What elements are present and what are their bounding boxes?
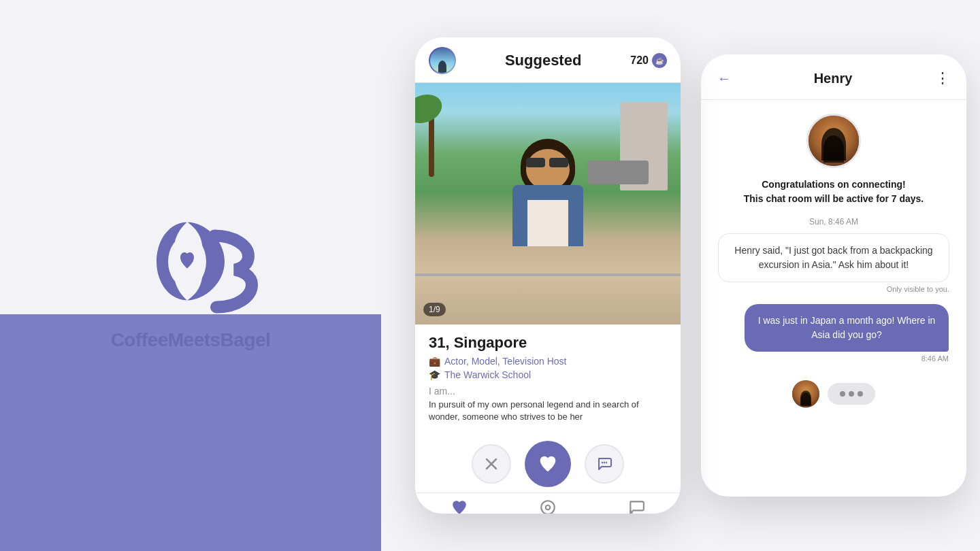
profile-photo[interactable]: 1/9 bbox=[415, 83, 681, 324]
glasses-left bbox=[526, 158, 545, 167]
profile-name-age: 31, Singapore bbox=[429, 334, 667, 352]
logo-wrapper: CoffeeMeetsBagel bbox=[0, 0, 381, 551]
back-button[interactable]: ← bbox=[715, 68, 734, 89]
typing-silhouette bbox=[800, 390, 811, 405]
logo-text: CoffeeMeetsBagel bbox=[111, 329, 271, 351]
svg-point-3 bbox=[602, 462, 603, 463]
chats-nav-icon bbox=[627, 499, 645, 514]
bottom-nav: Suggested Discover Chats bbox=[415, 492, 681, 514]
woman-figure bbox=[507, 139, 589, 288]
chat-bubble-icon bbox=[596, 456, 612, 472]
photo-background bbox=[415, 83, 681, 324]
bio-label: I am... bbox=[429, 386, 667, 397]
nav-chats[interactable]: Chats bbox=[592, 499, 681, 514]
photo-overlay bbox=[415, 270, 681, 324]
phone-suggested: Suggested 720 ☕ bbox=[415, 37, 681, 514]
bio-text: In pursuit of my own personal legend and… bbox=[429, 399, 667, 423]
profile-occupation: 💼 Actor, Model, Television Host bbox=[429, 356, 667, 367]
car bbox=[587, 161, 649, 184]
svg-point-4 bbox=[604, 462, 605, 463]
beans-number: 720 bbox=[630, 54, 649, 67]
photo-counter: 1/9 bbox=[423, 303, 446, 316]
svg-point-7 bbox=[546, 505, 551, 510]
education-text: The Warwick School bbox=[444, 369, 531, 380]
congrats-line2: This chat room will be active for 7 days… bbox=[744, 192, 924, 206]
nav-discover[interactable]: Discover bbox=[504, 499, 592, 514]
discover-nav-icon bbox=[539, 499, 557, 514]
graduation-icon: 🎓 bbox=[429, 369, 440, 380]
action-buttons bbox=[415, 433, 681, 492]
bubble-time: 8:46 AM bbox=[921, 354, 949, 363]
x-icon bbox=[483, 456, 500, 472]
chat-header: ← Henry ⋮ bbox=[701, 54, 966, 100]
chat-button[interactable] bbox=[585, 444, 624, 484]
occupation-text: Actor, Model, Television Host bbox=[444, 356, 567, 367]
heart-icon bbox=[538, 454, 558, 474]
congrats-text: Congratulations on connecting! This chat… bbox=[744, 178, 924, 206]
chat-body: Congratulations on connecting! This chat… bbox=[701, 100, 966, 497]
suggested-title: Suggested bbox=[505, 52, 581, 69]
face bbox=[526, 149, 570, 190]
phones-section: Suggested 720 ☕ bbox=[381, 0, 980, 551]
henry-avatar bbox=[806, 114, 861, 168]
briefcase-icon: 💼 bbox=[429, 356, 440, 367]
suggested-nav-icon bbox=[451, 499, 468, 514]
user-avatar[interactable] bbox=[429, 47, 456, 74]
like-button[interactable] bbox=[525, 441, 571, 487]
dot-1 bbox=[840, 391, 845, 397]
more-options-button[interactable]: ⋮ bbox=[932, 67, 953, 90]
nav-suggested[interactable]: Suggested bbox=[415, 499, 504, 514]
phone-chat: ← Henry ⋮ Congratulations on connecting!… bbox=[701, 54, 966, 497]
only-visible-label: Only visible to you. bbox=[718, 285, 949, 293]
henry-typing-avatar bbox=[792, 380, 819, 407]
svg-point-5 bbox=[606, 462, 607, 463]
beans-count: 720 ☕ bbox=[630, 53, 667, 68]
hint-bubble: Henry said, "I just got back from a back… bbox=[718, 233, 949, 282]
dot-2 bbox=[849, 391, 854, 397]
bean-icon: ☕ bbox=[652, 53, 667, 68]
profile-info: 31, Singapore 💼 Actor, Model, Television… bbox=[415, 324, 681, 433]
avatar-inner bbox=[430, 48, 455, 73]
dot-3 bbox=[858, 391, 863, 397]
glasses-right bbox=[549, 158, 568, 167]
user-message-container: I was just in Japan a month ago! Where i… bbox=[712, 304, 956, 363]
chat-timestamp: Sun, 8:46 AM bbox=[809, 217, 858, 227]
pass-button[interactable] bbox=[472, 444, 511, 484]
typing-indicator bbox=[781, 369, 886, 418]
henry-avatar-bg bbox=[808, 116, 859, 166]
typing-dots bbox=[828, 383, 875, 405]
suggested-header: Suggested 720 ☕ bbox=[415, 37, 681, 83]
left-panel: CoffeeMeetsBagel bbox=[0, 0, 381, 551]
chat-title: Henry bbox=[814, 71, 853, 86]
profile-education: 🎓 The Warwick School bbox=[429, 369, 667, 380]
user-message-bubble: I was just in Japan a month ago! Where i… bbox=[745, 304, 949, 352]
typing-avatar-bg bbox=[792, 380, 819, 407]
shirt bbox=[527, 200, 568, 246]
svg-point-6 bbox=[541, 501, 555, 514]
cmb-logo-icon bbox=[116, 200, 265, 322]
congrats-line1: Congratulations on connecting! bbox=[744, 178, 924, 192]
henry-silhouette bbox=[821, 128, 846, 161]
